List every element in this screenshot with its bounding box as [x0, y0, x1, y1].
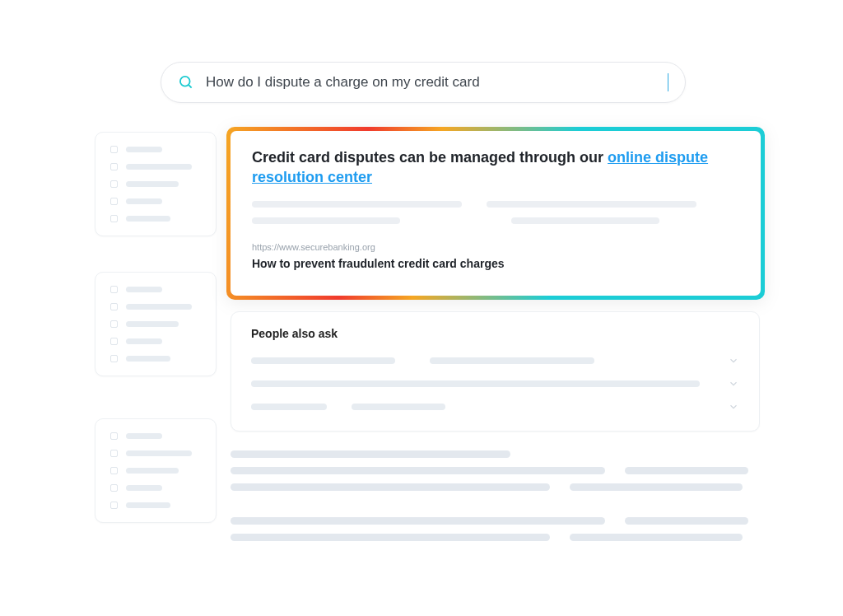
- text-cursor: [668, 73, 668, 91]
- organic-result[interactable]: [231, 517, 760, 550]
- featured-title-text: Credit card disputes can be managed thro…: [252, 149, 603, 166]
- featured-title: Credit card disputes can be managed thro…: [252, 147, 739, 188]
- paa-item[interactable]: [251, 401, 739, 413]
- checkbox-icon[interactable]: [110, 146, 118, 153]
- checkbox-icon[interactable]: [110, 198, 118, 205]
- search-bar[interactable]: [161, 62, 686, 103]
- checkbox-icon[interactable]: [110, 180, 118, 188]
- checkbox-icon[interactable]: [110, 320, 118, 328]
- chevron-down-icon: [728, 401, 739, 413]
- organic-result[interactable]: [231, 450, 760, 500]
- featured-subtitle: How to prevent fraudulent credit card ch…: [252, 257, 739, 270]
- checkbox-icon[interactable]: [110, 303, 118, 310]
- paa-title: People also ask: [251, 327, 739, 340]
- featured-result[interactable]: Credit card disputes can be managed thro…: [231, 131, 761, 296]
- filter-card: [95, 418, 217, 523]
- checkbox-icon[interactable]: [110, 502, 118, 509]
- people-also-ask: People also ask: [231, 311, 760, 432]
- chevron-down-icon: [728, 378, 739, 390]
- svg-line-1: [189, 85, 192, 88]
- checkbox-icon[interactable]: [110, 215, 118, 222]
- filter-card: [95, 272, 217, 376]
- search-input[interactable]: [206, 74, 663, 91]
- checkbox-icon[interactable]: [110, 355, 118, 362]
- paa-item[interactable]: [251, 378, 739, 390]
- paa-item[interactable]: [251, 355, 739, 366]
- featured-url: https://www.securebanking.org: [252, 242, 739, 252]
- checkbox-icon[interactable]: [110, 450, 118, 457]
- checkbox-icon[interactable]: [110, 338, 118, 345]
- checkbox-icon[interactable]: [110, 163, 118, 170]
- checkbox-icon[interactable]: [110, 286, 118, 293]
- checkbox-icon[interactable]: [110, 484, 118, 492]
- checkbox-icon[interactable]: [110, 432, 118, 440]
- featured-result-highlight: Credit card disputes can be managed thro…: [226, 127, 765, 300]
- filter-card: [95, 132, 217, 236]
- search-icon: [178, 74, 194, 91]
- checkbox-icon[interactable]: [110, 467, 118, 474]
- chevron-down-icon: [728, 355, 739, 366]
- svg-point-0: [180, 77, 190, 86]
